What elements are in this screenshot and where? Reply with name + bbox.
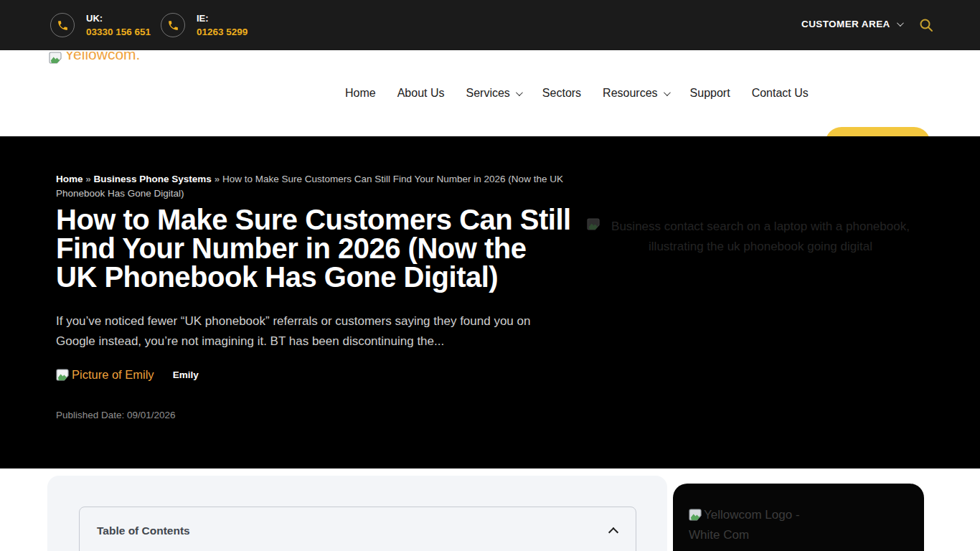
nav-label: Resources [603,87,657,100]
article-excerpt: If you’ve noticed fewer “UK phonebook” r… [56,311,544,352]
broken-image-icon [56,369,70,381]
hero-section: Home » Business Phone Systems » How to M… [0,136,980,468]
nav-label: Sectors [542,87,581,100]
broken-image-icon [689,509,702,521]
nav-item-resources[interactable]: Resources [603,87,668,100]
chevron-down-icon [516,89,523,96]
logo-alt-clip: Yellowcom. [65,52,140,65]
logo-alt-text: Yellowcom. [65,52,140,63]
main-nav: Home About Us Services Sectors Resources… [345,50,809,136]
uk-phone-number[interactable]: 03330 156 651 [86,27,151,37]
ie-label: IE: [197,13,248,24]
table-of-contents-card: Table of Contents [47,476,667,551]
search-icon [919,18,933,32]
ie-phone-number[interactable]: 01263 5299 [197,27,248,37]
breadcrumb-separator: » [215,174,220,184]
nav-item-home[interactable]: Home [345,87,376,100]
nav-item-contact-us[interactable]: Contact Us [752,87,809,100]
content-section: Table of Contents Yellowcom Logo - White… [0,468,980,551]
broken-image-icon [49,52,62,64]
nav-item-services[interactable]: Services [466,87,521,100]
phone-icon [50,13,75,37]
site-header: Yellowcom. Home About Us Services Sector… [0,50,980,136]
sidebar-logo-alt-text: Yellowcom Logo - White Com [689,508,800,542]
breadcrumb-home-link[interactable]: Home [56,174,83,184]
breadcrumb-separator: » [85,174,91,184]
author-avatar-link[interactable]: Picture of Emily [56,368,154,382]
nav-label: Support [690,87,730,100]
ie-phone-link[interactable]: IE: 01263 5299 [161,13,248,37]
sidebar-logo-placeholder: Yellowcom Logo - White Com [689,505,811,545]
nav-label: About Us [397,87,445,100]
hero-image-alt-text: Business contact search on a laptop with… [587,217,918,257]
nav-item-support[interactable]: Support [690,87,730,100]
search-button[interactable] [919,18,933,35]
breadcrumb: Home » Business Phone Systems » How to M… [56,172,567,201]
broken-image-icon [587,218,600,230]
table-of-contents-toggle[interactable]: Table of Contents [79,507,636,551]
published-date: Published Date: 09/01/2026 [56,410,176,420]
author-image-alt-text: Picture of Emily [72,368,154,382]
phone-icon [161,13,185,37]
customer-area-label: CUSTOMER AREA [801,19,890,29]
breadcrumb-business-phone-systems-link[interactable]: Business Phone Systems [94,174,212,184]
toc-title: Table of Contents [97,524,190,537]
nav-item-about-us[interactable]: About Us [397,87,445,100]
nav-label: Home [345,87,376,100]
chevron-down-icon [897,19,904,27]
author-row: Picture of Emily Emily [56,368,199,382]
logo-link[interactable]: Yellowcom. [49,52,140,65]
author-name-link[interactable]: Emily [173,369,199,380]
nav-label: Contact Us [752,87,809,100]
chevron-down-icon [664,89,671,96]
top-bar: UK: 03330 156 651 IE: 01263 5299 CUSTOME… [0,0,980,50]
customer-area-menu[interactable]: CUSTOMER AREA [801,19,902,29]
hero-image-placeholder: Business contact search on a laptop with… [587,217,918,257]
nav-label: Services [466,87,510,100]
nav-item-sectors[interactable]: Sectors [542,87,581,100]
uk-label: UK: [86,13,151,24]
uk-phone-link[interactable]: UK: 03330 156 651 [50,13,151,37]
chevron-up-icon [608,527,618,537]
page-title: How to Make Sure Customers Can Still Fin… [56,205,571,291]
sidebar-card: Yellowcom Logo - White Com [673,484,924,551]
